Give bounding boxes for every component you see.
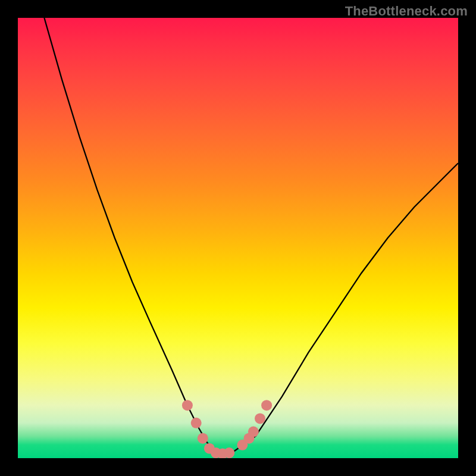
watermark-text: TheBottleneck.com (345, 4, 468, 19)
marker-point (248, 427, 259, 437)
chart-frame: TheBottleneck.com (0, 0, 476, 476)
marker-point (182, 400, 193, 411)
marker-point (261, 400, 272, 411)
bottleneck-curve (44, 18, 458, 454)
marker-point (198, 433, 208, 444)
plot-area (18, 18, 458, 458)
marker-point (255, 413, 265, 424)
marker-point (224, 447, 234, 458)
bottom-markers (182, 400, 272, 458)
marker-point (191, 418, 202, 428)
chart-svg (18, 18, 458, 458)
